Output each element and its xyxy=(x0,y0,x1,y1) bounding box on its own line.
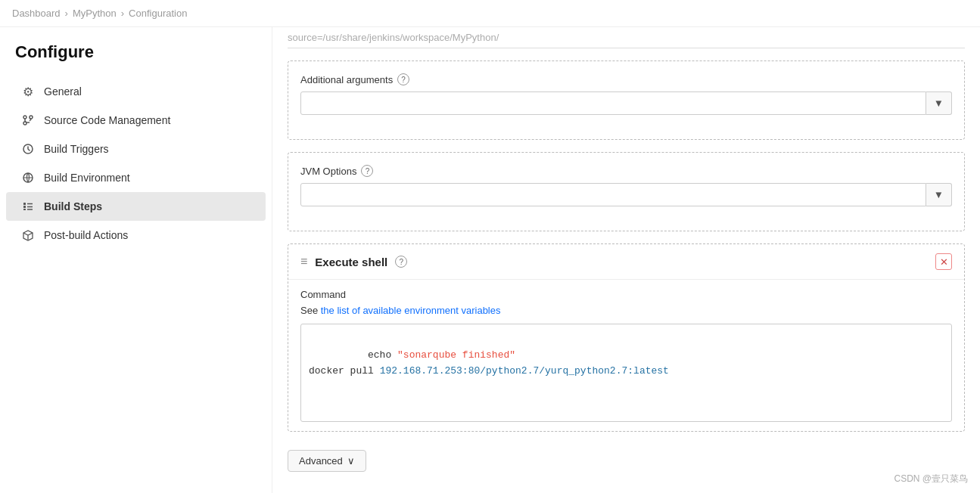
execute-shell-title: Execute shell xyxy=(315,256,387,268)
breadcrumb-sep-1: › xyxy=(65,8,68,19)
jvm-options-section: JVM Options ? ▼ xyxy=(288,152,965,231)
execute-shell-body: Command See the list of available enviro… xyxy=(288,280,964,431)
execute-shell-title-left: ≡ Execute shell ? xyxy=(300,255,407,268)
watermark: CSDN @壹只菜鸟 xyxy=(894,473,968,485)
execute-shell-help-icon[interactable]: ? xyxy=(395,256,407,268)
jvm-options-input-row: ▼ xyxy=(300,183,952,206)
sidebar-item-build-environment[interactable]: Build Environment xyxy=(6,163,266,192)
drag-handle-icon[interactable]: ≡ xyxy=(300,255,307,268)
breadcrumb: Dashboard › MyPython › Configuration xyxy=(0,0,980,27)
jvm-options-input[interactable] xyxy=(300,183,926,206)
svg-rect-6 xyxy=(23,206,26,208)
list-icon xyxy=(21,200,35,213)
sidebar-label-post-build: Post-build Actions xyxy=(44,229,128,241)
sidebar-item-build-triggers[interactable]: Build Triggers xyxy=(6,135,266,163)
command-label: Command xyxy=(300,289,952,300)
clock-icon xyxy=(21,142,35,156)
env-vars-text: See the list of available environment va… xyxy=(300,305,952,316)
env-vars-link[interactable]: the list of available environment variab… xyxy=(321,305,501,316)
sidebar-item-build-steps[interactable]: Build Steps xyxy=(6,192,266,221)
execute-shell-close-button[interactable]: ✕ xyxy=(935,253,952,270)
sidebar-item-post-build[interactable]: Post-build Actions xyxy=(6,221,266,250)
svg-rect-7 xyxy=(23,209,26,210)
content-area: source=/usr/share/jenkins/workspace/MyPy… xyxy=(272,27,980,493)
svg-rect-5 xyxy=(23,203,26,205)
sidebar-item-general[interactable]: ⚙ General xyxy=(6,77,266,106)
jvm-options-help-icon[interactable]: ? xyxy=(361,165,373,177)
sidebar-title: Configure xyxy=(0,42,272,77)
advanced-chevron-icon: ∨ xyxy=(347,455,355,467)
advanced-button-label: Advanced xyxy=(299,455,343,467)
gear-icon: ⚙ xyxy=(21,85,35,98)
breadcrumb-dashboard[interactable]: Dashboard xyxy=(12,8,61,19)
additional-arguments-label: Additional arguments ? xyxy=(300,73,952,85)
additional-arguments-dropdown-btn[interactable]: ▼ xyxy=(926,91,952,115)
sidebar-label-build-environment: Build Environment xyxy=(44,172,130,184)
sidebar-item-source-code[interactable]: Source Code Management xyxy=(6,106,266,135)
box-icon xyxy=(21,228,35,242)
additional-arguments-help-icon[interactable]: ? xyxy=(397,73,409,85)
execute-shell-panel: ≡ Execute shell ? ✕ Command See the list… xyxy=(288,243,965,432)
code-display: echo "sonarqube finished" docker pull 19… xyxy=(300,324,952,422)
globe-icon xyxy=(21,171,35,184)
additional-arguments-input[interactable] xyxy=(300,91,926,115)
advanced-button[interactable]: Advanced ∨ xyxy=(288,450,366,472)
breadcrumb-sep-2: › xyxy=(121,8,124,19)
additional-arguments-input-row: ▼ xyxy=(300,91,952,115)
breadcrumb-mypython[interactable]: MyPython xyxy=(73,8,117,19)
jvm-options-label: JVM Options ? xyxy=(300,165,952,177)
execute-shell-header: ≡ Execute shell ? ✕ xyxy=(288,244,964,280)
branch-icon xyxy=(21,113,35,127)
top-faded-text: source=/usr/share/jenkins/workspace/MyPy… xyxy=(288,27,965,48)
svg-point-0 xyxy=(23,116,26,119)
sidebar-label-build-triggers: Build Triggers xyxy=(44,143,109,155)
sidebar-label-source-code: Source Code Management xyxy=(44,114,170,126)
sidebar: Configure ⚙ General Source Code Manageme… xyxy=(0,27,272,493)
breadcrumb-configuration: Configuration xyxy=(129,8,187,19)
jvm-options-dropdown-btn[interactable]: ▼ xyxy=(926,183,952,206)
additional-arguments-section: Additional arguments ? ▼ xyxy=(288,60,965,140)
sidebar-label-build-steps: Build Steps xyxy=(44,200,102,212)
sidebar-label-general: General xyxy=(44,85,82,98)
